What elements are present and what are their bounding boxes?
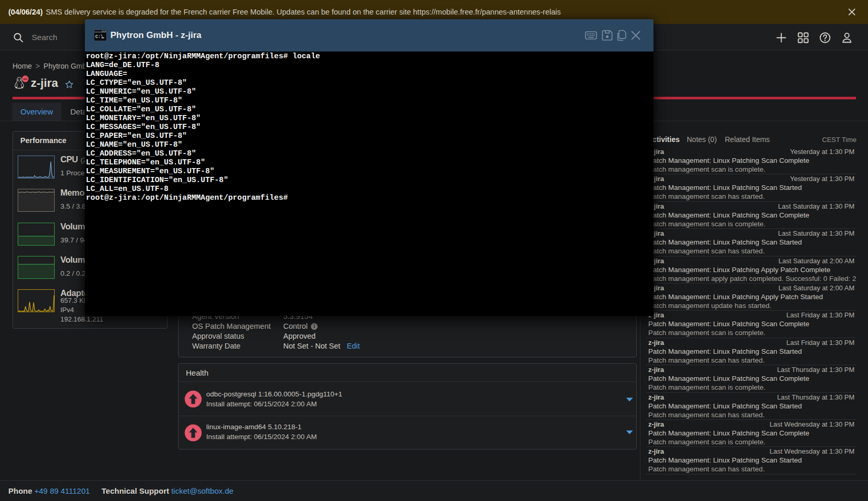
- user-icon[interactable]: [840, 31, 853, 44]
- tab-overview[interactable]: Overview: [12, 102, 61, 121]
- activity-subtitle: Patch management update has started.: [648, 302, 771, 310]
- info-row-value: Control: [283, 322, 318, 331]
- performance-card-title: Performance: [20, 136, 67, 145]
- activity-entry[interactable]: z-jiraLast Saturday at 2:00 AMPatch Mana…: [646, 284, 857, 311]
- footer-phone-link[interactable]: +49 89 4111201: [34, 486, 90, 495]
- failed-patch-icon: [184, 390, 202, 408]
- edit-link[interactable]: Edit: [347, 341, 360, 351]
- info-row-value: Approved: [283, 331, 316, 341]
- activity-device-name: z-jira: [648, 420, 664, 428]
- activity-subtitle: Patch management scan is complete.: [648, 165, 765, 173]
- patch-name: odbc-postgresql 1:16.00.0005-1.pgdg110+1: [206, 390, 342, 398]
- activity-timestamp: Last Friday at 1:30 PM: [786, 311, 854, 319]
- device-name-title: z-jira: [31, 76, 58, 91]
- activity-entry[interactable]: z-jiraLast Wednesday at 1:30 PMPatch Man…: [646, 420, 857, 447]
- activity-entry[interactable]: z-jiraLast Thursday at 1:30 PMPatch Mana…: [646, 393, 857, 420]
- activity-title: Patch Management: Linux Patching Scan St…: [648, 184, 802, 191]
- health-row[interactable]: linux-image-amd64 5.10.218-1Install atte…: [179, 416, 636, 449]
- activity-device-name: z-jira: [648, 447, 664, 455]
- activity-subtitle: Patch management scan has started.: [648, 465, 765, 473]
- activity-entry[interactable]: z-jiraYesterday at 1:30 PMPatch Manageme…: [646, 147, 857, 174]
- search-input[interactable]: Search: [32, 24, 57, 50]
- sparkline-volume: [18, 256, 55, 279]
- info-icon[interactable]: [311, 323, 318, 330]
- activity-timestamp: Yesterday at 1:30 PM: [790, 175, 854, 183]
- info-row: OS Patch ManagementControl: [192, 322, 624, 331]
- activity-title: Patch Management: Linux Patching Scan Co…: [648, 211, 809, 219]
- activity-title: Patch Management: Linux Patching Scan St…: [648, 238, 802, 246]
- sparkline-volume: [18, 223, 55, 246]
- activity-timestamp: Last Thursday at 1:30 PM: [777, 366, 854, 374]
- activity-subtitle: Patch management scan is complete.: [648, 220, 765, 228]
- patch-install-attempt: Install attempt: 06/15/2024 2:00 AM: [206, 400, 317, 408]
- activity-subtitle: Patch management scan is complete.: [648, 383, 765, 391]
- activity-timestamp: Last Saturday at 2:00 AM: [778, 284, 854, 292]
- info-row-label: Warranty Date: [192, 341, 241, 351]
- save-icon[interactable]: [601, 29, 613, 42]
- footer-support-email[interactable]: ticket@softbox.de: [171, 486, 233, 495]
- activity-subtitle: Patch management scan has started.: [648, 411, 765, 419]
- tab-related-items[interactable]: Related Items: [725, 135, 770, 144]
- activity-entry[interactable]: z-jiraYesterday at 1:30 PMPatch Manageme…: [646, 174, 857, 201]
- copy-icon[interactable]: [615, 29, 628, 42]
- activity-timestamp: Yesterday at 1:30 PM: [790, 148, 854, 156]
- activity-entry[interactable]: z-jiraLast Saturday at 2:00 AMPatch Mana…: [646, 256, 857, 284]
- health-row[interactable]: odbc-postgresql 1:16.00.0005-1.pgdg110+1…: [179, 381, 636, 416]
- keyboard-icon[interactable]: [585, 29, 597, 42]
- info-row: Approval statusApproved: [192, 331, 624, 341]
- timezone-label: CEST Time: [822, 136, 857, 144]
- terminal-modal: C:\ Phytron GmbH - z-jira: [85, 19, 653, 316]
- activity-title: Patch Management: Linux Patching Scan St…: [648, 456, 802, 464]
- activity-subtitle: Patch management scan is complete.: [648, 438, 765, 446]
- health-card-title: Health: [186, 368, 208, 377]
- activity-timestamp: Last Saturday at 1:30 PM: [778, 229, 854, 237]
- activity-timestamp: Last Saturday at 2:00 AM: [778, 257, 854, 265]
- health-card: Health odbc-postgresql 1:16.00.0005-1.pg…: [178, 363, 637, 449]
- breadcrumb-separator: >: [35, 62, 40, 70]
- activity-timestamp: Last Thursday at 1:30 PM: [777, 393, 854, 401]
- activity-timestamp: Last Friday at 1:30 PM: [786, 339, 854, 346]
- info-row: Warranty DateNot Set - Not SetEdit: [192, 341, 624, 351]
- activity-entry[interactable]: z-jiraLast Saturday at 1:30 PMPatch Mana…: [646, 202, 857, 229]
- activity-entry[interactable]: z-jiraLast Friday at 1:30 PMPatch Manage…: [646, 311, 857, 338]
- breadcrumb-home[interactable]: Home: [12, 62, 32, 70]
- activity-entry[interactable]: z-jiraLast Wednesday at 1:30 PMPatch Man…: [646, 447, 857, 474]
- activity-timestamp: Last Wednesday at 1:30 PM: [770, 420, 854, 428]
- expand-caret-icon[interactable]: [626, 430, 633, 434]
- offline-status-badge: [22, 75, 29, 82]
- expand-caret-icon[interactable]: [626, 397, 633, 402]
- svg-text:C:\: C:\: [95, 34, 103, 40]
- activity-entry[interactable]: z-jiraLast Saturday at 1:30 PMPatch Mana…: [646, 229, 857, 256]
- sparkline-cpu: [18, 156, 55, 178]
- sparkline-memory: [18, 189, 55, 212]
- activity-title: Patch Management: Linux Patching Scan Co…: [648, 375, 809, 382]
- failed-patch-icon: [184, 424, 202, 442]
- search-icon[interactable]: [13, 32, 24, 43]
- terminal-close-icon[interactable]: [630, 29, 642, 42]
- sparkline-adapter: [18, 289, 55, 312]
- terminal-modal-titlebar[interactable]: C:\ Phytron GmbH - z-jira: [85, 19, 653, 52]
- patch-install-attempt: Install attempt: 06/15/2024 2:00 AM: [206, 433, 317, 441]
- footer-bar: Phone +49 89 4111201 Technical Support t…: [0, 480, 868, 501]
- activity-device-name: z-jira: [648, 393, 664, 401]
- activity-subtitle: Patch management scan is complete.: [648, 329, 765, 337]
- banner-date: (04/06/24): [8, 8, 43, 16]
- favorite-star-icon[interactable]: [65, 80, 74, 89]
- help-icon[interactable]: [819, 31, 832, 44]
- apps-grid-icon[interactable]: [797, 31, 810, 44]
- activity-entry[interactable]: z-jiraLast Thursday at 1:30 PMPatch Mana…: [646, 365, 857, 392]
- close-icon[interactable]: [848, 8, 856, 16]
- activity-device-name: z-jira: [648, 339, 664, 346]
- breadcrumb: Home>Phytron GmbH: [12, 62, 92, 70]
- activity-title: Patch Management: Linux Patching Scan Co…: [648, 157, 809, 164]
- performance-item-value: 192.168.1.211: [60, 315, 103, 323]
- patch-name: linux-image-amd64 5.10.218-1: [206, 423, 301, 431]
- activity-title: Patch Management: Linux Patching Scan Co…: [648, 429, 809, 437]
- banner-message: SMS delivery service is degraded for the…: [46, 8, 561, 16]
- activity-subtitle: Patch management scan has started.: [648, 192, 765, 200]
- add-icon[interactable]: [775, 31, 788, 44]
- tab-notes[interactable]: Notes (0): [687, 135, 717, 144]
- activity-entry[interactable]: z-jiraLast Friday at 1:30 PMPatch Manage…: [646, 338, 857, 365]
- activity-timestamp: Last Wednesday at 1:30 PM: [770, 447, 854, 455]
- terminal-screen[interactable]: root@z-jira:/opt/NinjaRMMAgent/programfi…: [85, 52, 653, 316]
